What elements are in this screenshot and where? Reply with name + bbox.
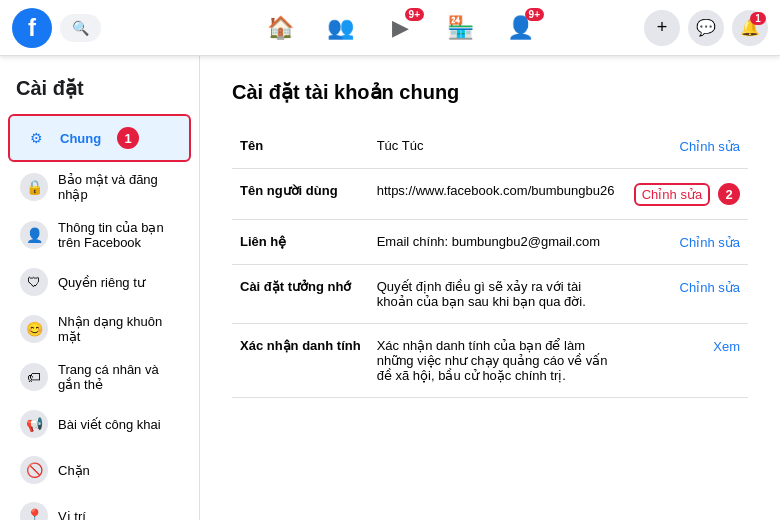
edit-link-username[interactable]: Chỉnh sửa xyxy=(634,183,710,206)
row-label-contact: Liên hệ xyxy=(232,220,369,265)
megaphone-icon: 📢 xyxy=(20,410,48,438)
navbar: f 🔍 🏠 👥 ▶ 9+ 🏪 👤 9+ + 💬 🔔 xyxy=(0,0,780,56)
shield-icon: 🛡 xyxy=(20,268,48,296)
navbar-center: 🏠 👥 ▶ 9+ 🏪 👤 9+ xyxy=(212,4,588,52)
block-icon: 🚫 xyxy=(20,456,48,484)
facebook-logo[interactable]: f xyxy=(12,8,52,48)
sidebar-item-public-label: Bài viết công khai xyxy=(58,417,161,432)
row-label-username: Tên người dùng xyxy=(232,169,369,220)
video-badge: 9+ xyxy=(405,8,424,21)
sidebar-title: Cài đặt xyxy=(0,68,199,112)
row-action-memorial: Chỉnh sửa xyxy=(626,265,748,324)
row-value-memorial: Quyết định điều gì sẽ xảy ra với tài kho… xyxy=(369,265,626,324)
navbar-right: + 💬 🔔 1 xyxy=(588,10,768,46)
messenger-icon: 💬 xyxy=(696,18,716,37)
sidebar-item-block[interactable]: 🚫 Chặn xyxy=(8,448,191,492)
row-action-username: Chỉnh sửa 2 xyxy=(626,169,748,220)
sidebar-item-privacy[interactable]: 🛡 Quyền riêng tư xyxy=(8,260,191,304)
search-icon: 🔍 xyxy=(72,20,89,36)
sidebar-item-info-label: Thông tin của bạn trên Facebook xyxy=(58,220,179,250)
row-label-identity: Xác nhận danh tính xyxy=(232,324,369,398)
lock-icon: 🔒 xyxy=(20,173,48,201)
page-title: Cài đặt tài khoản chung xyxy=(232,80,748,104)
shop-icon: 🏪 xyxy=(447,15,474,41)
shop-nav-button[interactable]: 🏪 xyxy=(430,4,490,52)
sidebar-item-public-posts[interactable]: 📢 Bài viết công khai xyxy=(8,402,191,446)
settings-table: Tên Túc Túc Chỉnh sửa Tên người dùng htt… xyxy=(232,124,748,398)
row-action-contact: Chỉnh sửa xyxy=(626,220,748,265)
row-action-identity: Xem xyxy=(626,324,748,398)
row-label-memorial: Cài đặt tưởng nhớ xyxy=(232,265,369,324)
main-content: Cài đặt tài khoản chung Tên Túc Túc Chỉn… xyxy=(200,56,780,520)
navbar-left: f 🔍 xyxy=(12,8,212,48)
edit-link-ten[interactable]: Chỉnh sửa xyxy=(680,139,740,154)
sidebar-item-privacy-label: Quyền riêng tư xyxy=(58,275,145,290)
sidebar-item-location[interactable]: 📍 Vị trí xyxy=(8,494,191,520)
sidebar-item-face-label: Nhận dạng khuôn mặt xyxy=(58,314,179,344)
plus-button[interactable]: + xyxy=(644,10,680,46)
row-label-ten: Tên xyxy=(232,124,369,169)
sidebar-item-chung[interactable]: ⚙ Chung 1 xyxy=(8,114,191,162)
sidebar-item-chung-label: Chung xyxy=(60,131,101,146)
sidebar-item-profile-label: Trang cá nhân và gắn thẻ xyxy=(58,362,179,392)
table-row: Tên Túc Túc Chỉnh sửa xyxy=(232,124,748,169)
row-value-identity: Xác nhận danh tính của bạn để làm những … xyxy=(369,324,626,398)
notifications-badge: 1 xyxy=(750,12,766,25)
home-icon: 🏠 xyxy=(267,15,294,41)
annotation-1-badge: 1 xyxy=(117,127,139,149)
edit-link-contact[interactable]: Chỉnh sửa xyxy=(680,235,740,250)
sidebar-item-security-label: Bảo mật và đăng nhập xyxy=(58,172,179,202)
row-value-contact: Email chính: bumbungbu2@gmail.com xyxy=(369,220,626,265)
pin-icon: 📍 xyxy=(20,502,48,520)
annotation-2-badge: 2 xyxy=(718,183,740,205)
edit-link-memorial[interactable]: Chỉnh sửa xyxy=(680,280,740,295)
table-row: Tên người dùng https://www.facebook.com/… xyxy=(232,169,748,220)
person-icon: 👤 xyxy=(20,221,48,249)
table-row: Liên hệ Email chính: bumbungbu2@gmail.co… xyxy=(232,220,748,265)
sidebar-item-location-label: Vị trí xyxy=(58,509,86,521)
row-value-username: https://www.facebook.com/bumbungbu26 xyxy=(369,169,626,220)
sidebar: Cài đặt ⚙ Chung 1 🔒 Bảo mật và đăng nhập… xyxy=(0,56,200,520)
video-nav-button[interactable]: ▶ 9+ xyxy=(370,4,430,52)
row-action-ten: Chỉnh sửa xyxy=(626,124,748,169)
sidebar-item-security[interactable]: 🔒 Bảo mật và đăng nhập xyxy=(8,164,191,210)
sidebar-item-block-label: Chặn xyxy=(58,463,90,478)
table-row: Cài đặt tưởng nhớ Quyết định điều gì sẽ … xyxy=(232,265,748,324)
friends-icon: 👥 xyxy=(327,15,354,41)
settings-icon: ⚙ xyxy=(22,124,50,152)
row-value-ten: Túc Túc xyxy=(369,124,626,169)
table-row: Xác nhận danh tính Xác nhận danh tính củ… xyxy=(232,324,748,398)
notifications-button[interactable]: 🔔 1 xyxy=(732,10,768,46)
home-nav-button[interactable]: 🏠 xyxy=(250,4,310,52)
friends-nav-button[interactable]: 👥 xyxy=(310,4,370,52)
groups-badge: 9+ xyxy=(525,8,544,21)
face-icon: 😊 xyxy=(20,315,48,343)
sidebar-item-face-recognition[interactable]: 😊 Nhận dạng khuôn mặt xyxy=(8,306,191,352)
plus-icon: + xyxy=(657,17,668,38)
messenger-button[interactable]: 💬 xyxy=(688,10,724,46)
tag-icon: 🏷 xyxy=(20,363,48,391)
search-box[interactable]: 🔍 xyxy=(60,14,101,42)
groups-nav-button[interactable]: 👤 9+ xyxy=(490,4,550,52)
main-layout: Cài đặt ⚙ Chung 1 🔒 Bảo mật và đăng nhập… xyxy=(0,56,780,520)
sidebar-item-profile-tag[interactable]: 🏷 Trang cá nhân và gắn thẻ xyxy=(8,354,191,400)
edit-link-identity[interactable]: Xem xyxy=(713,339,740,354)
sidebar-item-info[interactable]: 👤 Thông tin của bạn trên Facebook xyxy=(8,212,191,258)
